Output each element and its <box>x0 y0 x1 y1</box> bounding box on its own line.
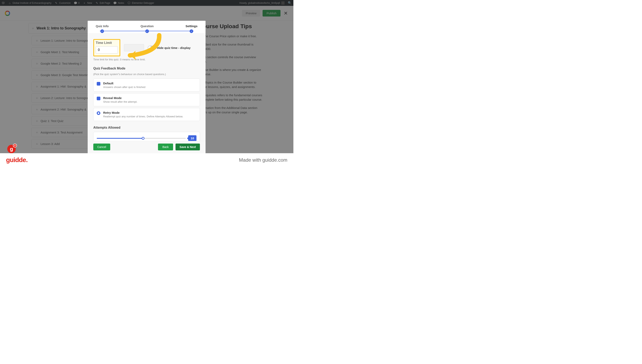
guidde-badge[interactable]: g 27 <box>7 144 17 153</box>
step-settings[interactable]: Settings ✓ <box>186 24 197 33</box>
time-limit-highlight: Time Limit <box>93 39 120 56</box>
time-limit-input[interactable] <box>96 46 118 54</box>
check-icon: ✓ <box>100 30 104 33</box>
guidde-count-badge: 27 <box>13 144 17 148</box>
modal-footer: Cancel Back Save & Next <box>88 141 206 153</box>
attempts-label: Attempts Allowed <box>93 126 200 130</box>
back-button[interactable]: Back <box>158 144 173 150</box>
guidde-made-text: Made with guidde.com <box>239 157 287 163</box>
cancel-button[interactable]: Cancel <box>93 144 110 150</box>
feedback-option-retry[interactable]: Retry Mode Reattempt quiz any number of … <box>93 108 200 121</box>
guidde-footer: guidde. Made with guidde.com <box>0 153 293 167</box>
check-icon: ✓ <box>145 30 149 33</box>
time-unit-select[interactable] <box>124 44 144 51</box>
attempts-slider-container: 10 <box>93 132 200 141</box>
hide-quiz-time-toggle[interactable] <box>148 46 155 50</box>
save-next-button[interactable]: Save & Next <box>176 144 200 150</box>
step-question[interactable]: Question ✓ <box>140 24 154 33</box>
time-limit-label: Time Limit <box>96 41 118 45</box>
guidde-logo: guidde. <box>6 156 28 164</box>
feedback-mode-title: Quiz Feedback Mode <box>93 67 200 70</box>
check-icon: ✓ <box>190 30 193 33</box>
slider-thumb[interactable] <box>142 137 144 140</box>
feedback-option-reveal[interactable]: Reveal Mode Show result after the attemp… <box>93 93 200 106</box>
hide-time-label: Hide quiz time - display <box>157 46 191 50</box>
time-limit-help: Time limit for this quiz. 0 means no tim… <box>93 58 200 61</box>
attempts-slider[interactable] <box>97 138 186 139</box>
radio-selected-icon <box>97 111 100 115</box>
quiz-settings-modal: Quiz Info ✓ Question ✓ Settings ✓ Time L… <box>88 21 206 153</box>
attempts-value: 10 <box>188 135 196 141</box>
radio-icon <box>97 97 100 100</box>
feedback-mode-help: (Pick the quiz system"s behaviour on cho… <box>93 73 200 76</box>
stepper: Quiz Info ✓ Question ✓ Settings ✓ <box>88 21 206 33</box>
feedback-option-default[interactable]: Default Answers shown after quiz is fini… <box>93 78 200 92</box>
step-quiz-info[interactable]: Quiz Info ✓ <box>96 24 109 33</box>
radio-icon <box>97 82 100 86</box>
